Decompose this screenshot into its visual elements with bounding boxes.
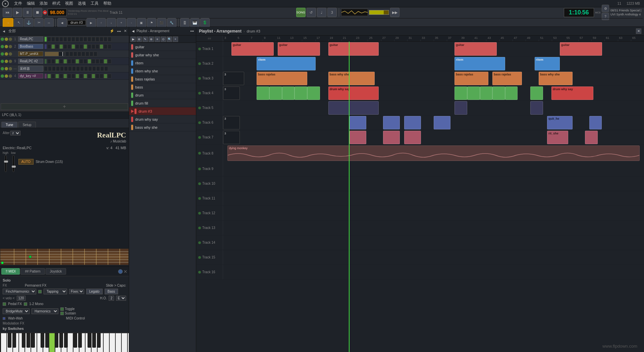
piano-white-key-8[interactable]	[49, 333, 55, 352]
ch3-slider[interactable]	[45, 52, 65, 56]
ch5-pad-4[interactable]	[56, 66, 60, 71]
clip-drum-why-2[interactable]: drum why say	[551, 86, 594, 100]
pat-btn8[interactable]: 🔧	[167, 18, 176, 27]
clip-guitar-2[interactable]: guitar	[278, 42, 320, 56]
channel-row-6[interactable]: 4 dyi_key +#	[0, 72, 129, 80]
secondary-btn3[interactable]: ⚓	[24, 18, 34, 27]
ch3-pad-5[interactable]	[82, 52, 85, 56]
pattern-bass[interactable]: bass	[129, 83, 196, 91]
piano-black-key-10[interactable]	[73, 333, 77, 348]
track-content-14[interactable]	[223, 235, 644, 250]
ch2-pad-4[interactable]	[59, 44, 63, 49]
ch5-pad-15[interactable]	[100, 66, 104, 71]
ch6-name[interactable]: dyi_key +#	[18, 73, 43, 78]
pattern-prev-btn[interactable]: ◄	[131, 29, 135, 34]
pat-btn6[interactable]: ⚑	[147, 18, 156, 27]
stop-button[interactable]: ⏹	[33, 8, 42, 17]
ch1-pad-2[interactable]	[51, 37, 55, 42]
ch2-pad-11[interactable]	[88, 44, 91, 49]
toggle-check[interactable]	[60, 307, 64, 311]
track-content-8[interactable]: dying monkey	[223, 145, 644, 162]
ch5-pad-1[interactable]	[44, 66, 48, 71]
clip-t6-1[interactable]	[350, 116, 366, 129]
ch1-name[interactable]: RealLPC	[18, 37, 43, 42]
pat-btn5[interactable]: ▣	[137, 18, 146, 27]
piano-white-key-19[interactable]	[115, 333, 121, 352]
menu-add[interactable]: 添加	[38, 0, 50, 7]
clip-ritem-3[interactable]: ritem	[535, 57, 560, 70]
low-slider[interactable]: low	[11, 151, 16, 172]
clip-bass-why-1[interactable]: bass why she	[328, 72, 375, 85]
clip-bass-raj-1[interactable]: bass rajelas	[257, 72, 307, 85]
pat-btn7[interactable]: ⬛	[157, 18, 166, 27]
piano-black-key-3[interactable]	[26, 333, 30, 348]
velo-value[interactable]: 120	[17, 296, 26, 301]
ch5-pad-2[interactable]	[48, 66, 52, 71]
track-content-5[interactable]	[223, 101, 644, 115]
ch2-pad-3[interactable]	[55, 44, 59, 49]
piano-black-key-1[interactable]	[12, 333, 16, 348]
clip-drum-why-1[interactable]: drum why say	[328, 86, 379, 100]
channel-row-4[interactable]: 9 RealLPC #2	[0, 58, 129, 65]
piano-black-key-7[interactable]	[55, 333, 58, 348]
cr-view-btn[interactable]: ▪▪▪	[117, 29, 121, 33]
ch5-pad-8[interactable]	[72, 66, 76, 71]
clip-drum-4[interactable]	[294, 86, 307, 100]
ch1-pad-11[interactable]	[88, 37, 91, 42]
bridge-select[interactable]: BridgeMute	[3, 308, 30, 314]
cr-close-btn[interactable]: ✕	[124, 29, 127, 33]
audio-clip-dying-monkey[interactable]: dying monkey	[227, 145, 640, 161]
pattern-guitar[interactable]: guitar	[129, 43, 196, 51]
ch2-pad-10[interactable]	[84, 44, 87, 49]
pattern-right-btn[interactable]: ►	[87, 18, 96, 27]
clip-t6-m[interactable]: 3	[223, 116, 240, 129]
clip-drum-3[interactable]	[282, 86, 295, 100]
pt-btn8[interactable]: +	[173, 37, 178, 42]
pat-btn1[interactable]: ↑	[97, 18, 106, 27]
clip-drum-1[interactable]	[257, 86, 269, 100]
piano-white-key-17[interactable]	[103, 333, 109, 352]
pattern-bass-why[interactable]: bass why she	[129, 123, 196, 131]
clip-drum-10[interactable]	[505, 86, 518, 100]
ch1-power[interactable]	[1, 38, 4, 41]
ch1-pad-8[interactable]	[75, 37, 79, 42]
ch1-pad-4[interactable]	[59, 37, 63, 42]
ch4-pad-4[interactable]	[59, 59, 63, 64]
track-content-9[interactable]	[223, 162, 644, 176]
clip-drum-7[interactable]	[467, 86, 480, 100]
loop-btn[interactable]: ↺	[307, 8, 316, 17]
ch1-pad-1[interactable]	[47, 37, 51, 42]
clip-drum-6[interactable]	[454, 86, 467, 100]
clip-t5-2[interactable]	[454, 101, 467, 115]
clip-t6-6[interactable]	[589, 116, 602, 129]
ch2-solo[interactable]	[9, 45, 12, 48]
ch2-pad-14[interactable]	[100, 44, 103, 49]
clip-guitar-3[interactable]: guitar	[328, 42, 379, 56]
clip-drum-8[interactable]	[480, 86, 493, 100]
ch5-solo[interactable]	[9, 67, 12, 70]
ch6-pad-13[interactable]	[96, 74, 99, 78]
ch4-pad-8[interactable]	[75, 59, 79, 64]
play-button[interactable]: ▶	[13, 8, 22, 17]
ch5-pad-5[interactable]	[60, 66, 64, 71]
ch2-pad-16[interactable]	[108, 44, 111, 49]
clip-drum-9[interactable]	[492, 86, 505, 100]
ch4-pad-1[interactable]	[47, 59, 51, 64]
menu-style[interactable]: 样式	[50, 0, 62, 7]
ho-value[interactable]: 2	[109, 296, 114, 301]
ch2-mute[interactable]	[5, 45, 8, 48]
pl-close-btn[interactable]: ✕	[636, 28, 641, 34]
channel-row-2[interactable]: 2 BooBass	[0, 43, 129, 50]
piano-black-key-6[interactable]	[45, 333, 49, 348]
clip-drum-11[interactable]	[530, 86, 543, 100]
ch6-pad-9[interactable]	[79, 74, 83, 78]
note-select[interactable]: E1	[116, 296, 126, 301]
secondary-btn5[interactable]: ↔	[44, 18, 54, 27]
clip-drum-5[interactable]	[307, 86, 320, 100]
ch5-pad-11[interactable]	[84, 66, 88, 71]
tune-tab[interactable]: Tune	[1, 122, 17, 128]
ch1-pad-6[interactable]	[67, 37, 71, 42]
pat-btn2[interactable]: ↓	[107, 18, 116, 27]
setup-tab[interactable]: Setup	[18, 122, 36, 128]
clip-bass-raj-2[interactable]: bass rajelas	[454, 72, 488, 85]
